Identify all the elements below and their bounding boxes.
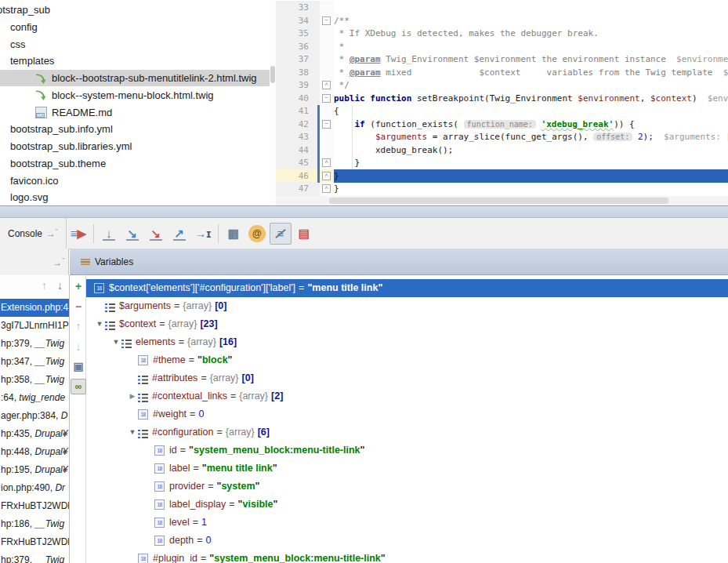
- expand-arrow-icon[interactable]: ▼: [127, 423, 138, 441]
- stack-frame-item[interactable]: hp:347, __Twig: [0, 353, 70, 371]
- remove-watch-icon[interactable]: −: [71, 299, 86, 314]
- file-tree-item[interactable]: MDREADME.md: [0, 104, 270, 121]
- equals-sign: =: [229, 496, 234, 514]
- step-into-icon[interactable]: ↘: [121, 223, 143, 245]
- expand-arrow-icon[interactable]: ▼: [110, 333, 121, 351]
- toggle-inline-values-icon[interactable]: ≡: [270, 223, 292, 245]
- variable-row[interactable]: ▶#contextual_links={array}[2]: [86, 387, 728, 405]
- file-tree-item[interactable]: block--system-menu-block.html.twig: [0, 87, 270, 104]
- variable-row[interactable]: ▼elements={array}[16]: [86, 333, 728, 351]
- move-watch-up-icon[interactable]: ↑: [71, 318, 86, 334]
- previous-frame-icon[interactable]: ↑: [42, 279, 47, 292]
- at-icon[interactable]: @: [248, 225, 266, 242]
- fold-gutter: [320, 1, 334, 14]
- code-segment: */: [334, 80, 350, 90]
- code-segment: ,: [640, 93, 650, 104]
- file-tree-item[interactable]: logo.svg: [0, 189, 270, 205]
- file-tree-item[interactable]: templates: [0, 53, 270, 69]
- file-tree-item[interactable]: favicon.ico: [0, 173, 270, 189]
- stack-frame-item[interactable]: FRxHuBTJ2WDk: [0, 497, 70, 515]
- stack-frame-item[interactable]: ager.php:384, D: [0, 407, 70, 425]
- variable-row[interactable]: 18label="menu title link": [86, 459, 728, 478]
- step-out-icon[interactable]: ↗: [168, 223, 190, 245]
- tab-variables[interactable]: Variables: [81, 256, 133, 267]
- variable-name: #configuration: [152, 423, 214, 441]
- variable-row[interactable]: $arguments={array}[0]: [86, 297, 728, 315]
- move-watch-down-icon[interactable]: ↓: [71, 339, 86, 354]
- frame-location: hp:379,: [1, 554, 34, 563]
- view-breakpoints-icon[interactable]: ▤: [293, 223, 315, 245]
- file-tree-item[interactable]: otstrap_sub: [0, 2, 270, 18]
- scrollbar-thumb[interactable]: [329, 198, 668, 204]
- variable-row[interactable]: 18depth=0: [86, 532, 728, 550]
- stack-frame-item[interactable]: hp:448, Drupal¥: [0, 443, 70, 461]
- force-step-into-icon[interactable]: ↘: [145, 223, 167, 245]
- twig-file-icon: [35, 89, 47, 100]
- file-tree-item[interactable]: bootstrap_sub.info.yml: [0, 121, 270, 137]
- collapse-arrow-icon[interactable]: ▶: [127, 387, 138, 405]
- editor-horizontal-scrollbar[interactable]: [276, 196, 728, 205]
- stack-frame-item[interactable]: :64, twig_rende: [0, 389, 70, 407]
- stack-frame-item[interactable]: Extension.php:4: [0, 299, 70, 317]
- markdown-file-icon: MD: [35, 107, 47, 118]
- evaluate-expression-icon[interactable]: ▦: [223, 223, 244, 245]
- code-segment: $conte: [712, 67, 728, 78]
- fold-end-icon[interactable]: ˄: [322, 172, 331, 180]
- fold-end-icon[interactable]: ˄: [322, 184, 331, 193]
- expand-arrow-icon[interactable]: ▼: [94, 315, 105, 333]
- code-segment: }: [334, 171, 339, 181]
- copy-value-icon[interactable]: ▣: [71, 358, 86, 374]
- stack-frame-item[interactable]: hp:435, Drupal¥: [0, 425, 70, 443]
- stack-frame-item[interactable]: hp:379, __Twig: [0, 335, 70, 353]
- code-segment: );: [643, 132, 654, 142]
- line-number: 39: [276, 78, 320, 92]
- file-tree-item[interactable]: css: [0, 36, 270, 53]
- variable-row[interactable]: 18$context['elements']['#configuration']…: [86, 279, 728, 297]
- variable-row[interactable]: ▼$context={array}[23]: [86, 315, 728, 333]
- fold-collapse-icon[interactable]: −: [322, 94, 331, 103]
- add-watch-icon[interactable]: +: [71, 278, 86, 294]
- file-tree-item[interactable]: config: [0, 19, 270, 35]
- debug-subheader: →" Variables: [0, 249, 728, 275]
- string-value: system_menu_block:menu-title-link: [214, 550, 381, 563]
- editor-line: 34−/**: [276, 14, 728, 27]
- tab-console[interactable]: Console →": [0, 218, 67, 249]
- scrollbar-thumb[interactable]: [270, 66, 275, 83]
- variable-row[interactable]: 18id="system_menu_block:menu-title-link": [86, 441, 728, 459]
- variable-row[interactable]: 18level=1: [86, 514, 728, 532]
- stack-frame-item[interactable]: 3gI7LJLnrnHI1Ph: [0, 317, 70, 335]
- next-frame-icon[interactable]: ↓: [57, 279, 63, 292]
- number-value: 0: [206, 532, 212, 550]
- fold-collapse-icon[interactable]: −: [322, 120, 331, 129]
- show-execution-point-icon[interactable]: ≡▶: [67, 223, 89, 245]
- stack-frame-item[interactable]: FRxHuBTJ2WDk: [0, 533, 70, 551]
- stack-frame-item[interactable]: hp:195, Drupal¥: [0, 461, 70, 479]
- code-segment: = array_slice(func_get_args(),: [427, 132, 593, 142]
- show-watches-icon[interactable]: ∞: [71, 379, 86, 394]
- run-to-cursor-icon[interactable]: →ɪ: [192, 223, 214, 245]
- stack-frame-item[interactable]: ion.php:490, Dr: [0, 479, 70, 497]
- stack-frame-item[interactable]: hp:186, __Twig: [0, 515, 70, 533]
- variable-row[interactable]: 18#plugin_id="system_menu_block:menu-tit…: [86, 550, 728, 563]
- variable-row[interactable]: 18provider="system": [86, 478, 728, 496]
- fold-collapse-icon[interactable]: −: [322, 16, 331, 25]
- code-segment: 2: [638, 132, 643, 142]
- stack-frame-item[interactable]: hp:358, __Twig: [0, 371, 70, 389]
- stack-frame-item[interactable]: hp:379, __Twig: [0, 551, 70, 563]
- step-over-icon[interactable]: ↓: [98, 223, 120, 245]
- file-tree-item[interactable]: block--bootstrap-sub-menutitlelink-2.htm…: [0, 70, 270, 86]
- debugger-toolbar: Console →" ≡▶↓↘↘↗→ɪ▦@≡▤: [0, 218, 728, 249]
- file-tree-item[interactable]: bootstrap_sub.libraries.yml: [0, 138, 270, 154]
- variable-row[interactable]: 18#theme="block": [86, 351, 728, 369]
- variable-row[interactable]: ▼#configuration={array}[6]: [86, 423, 728, 441]
- code-editor[interactable]: 3334−/**35 * If XDebug is detected, make…: [276, 0, 728, 205]
- file-tree-item[interactable]: bootstrap_sub.theme: [0, 155, 270, 172]
- frames-panel-header: →": [0, 249, 69, 275]
- variable-name: label: [169, 459, 190, 478]
- variable-row[interactable]: 18#weight=0: [86, 405, 728, 423]
- fold-end-icon[interactable]: ˄: [322, 158, 331, 167]
- variable-row[interactable]: 18label_display="visible": [86, 496, 728, 514]
- variable-row[interactable]: #attributes={array}[0]: [86, 369, 728, 387]
- file-tree-scrollbar[interactable]: [270, 0, 276, 205]
- fold-end-icon[interactable]: ˄: [322, 81, 331, 89]
